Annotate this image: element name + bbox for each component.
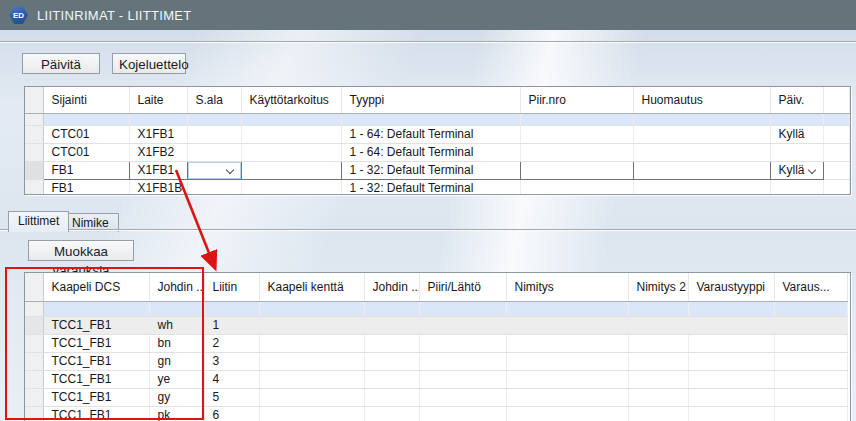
device-list-button[interactable]: Kojeluettelo xyxy=(112,53,186,74)
cell[interactable] xyxy=(259,316,364,334)
column-header[interactable]: Kaapeli DCS xyxy=(43,273,149,301)
cell[interactable] xyxy=(633,179,770,195)
cell[interactable] xyxy=(506,406,628,421)
cell[interactable] xyxy=(419,316,506,334)
cell[interactable]: TCC1_FB1 xyxy=(43,352,149,370)
cell[interactable] xyxy=(520,143,633,161)
cell[interactable]: 1 xyxy=(204,316,259,334)
cell[interactable] xyxy=(341,113,520,125)
cell[interactable] xyxy=(241,161,341,179)
cell[interactable] xyxy=(241,179,341,195)
cell[interactable]: gn xyxy=(149,352,204,370)
cell[interactable] xyxy=(419,370,506,388)
cell[interactable] xyxy=(187,161,241,179)
cell[interactable]: 6 xyxy=(204,406,259,421)
cell[interactable] xyxy=(520,161,633,179)
column-header[interactable]: Piiri/Lähtö xyxy=(419,273,506,301)
cell[interactable]: TCC1_FB1 xyxy=(43,406,149,421)
cell[interactable] xyxy=(241,125,341,143)
cell[interactable] xyxy=(628,370,688,388)
chevron-down-icon[interactable] xyxy=(807,165,815,173)
cell[interactable]: 5 xyxy=(204,388,259,406)
cell[interactable]: X1FB1B xyxy=(129,179,187,195)
cell[interactable] xyxy=(520,125,633,143)
cell[interactable] xyxy=(506,334,628,352)
table-row[interactable]: TCC1_FB1wh1 xyxy=(25,316,847,334)
cell[interactable] xyxy=(688,334,774,352)
cell[interactable] xyxy=(688,352,774,370)
cell[interactable] xyxy=(259,406,364,421)
cell[interactable] xyxy=(149,301,204,316)
cell[interactable] xyxy=(364,301,419,316)
cell[interactable]: wh xyxy=(149,316,204,334)
cell[interactable]: gy xyxy=(149,388,204,406)
cell[interactable] xyxy=(506,316,628,334)
cell[interactable] xyxy=(774,316,847,334)
cell[interactable] xyxy=(628,406,688,421)
table-row[interactable]: FB1X1FB1B1 - 32: Default Terminal xyxy=(25,179,849,195)
table-row[interactable]: TCC1_FB1ye4 xyxy=(25,370,847,388)
table-row[interactable] xyxy=(25,301,847,316)
cell[interactable]: 2 xyxy=(204,334,259,352)
column-header[interactable]: Nimitys 2 xyxy=(628,273,688,301)
table-row[interactable]: TCC1_FB1pk6 xyxy=(25,406,847,421)
cell[interactable] xyxy=(633,143,770,161)
cell[interactable] xyxy=(628,352,688,370)
cell[interactable] xyxy=(633,125,770,143)
cell[interactable] xyxy=(364,388,419,406)
cell[interactable] xyxy=(259,388,364,406)
cell[interactable] xyxy=(259,334,364,352)
cell[interactable]: pk xyxy=(149,406,204,421)
column-header[interactable]: Piir.nro xyxy=(520,87,633,113)
table-row[interactable]: CTC01X1FB21 - 64: Default Terminal xyxy=(25,143,849,161)
cell[interactable] xyxy=(688,370,774,388)
cell[interactable] xyxy=(823,125,849,143)
cell[interactable] xyxy=(419,388,506,406)
update-button[interactable]: Päivitä xyxy=(22,53,100,74)
cell[interactable] xyxy=(633,113,770,125)
table-row[interactable]: CTC01X1FB11 - 64: Default TerminalKyllä xyxy=(25,125,849,143)
cell[interactable]: CTC01 xyxy=(43,143,129,161)
edit-reservations-button[interactable]: Muokkaa varauksia xyxy=(28,240,134,261)
cell[interactable]: TCC1_FB1 xyxy=(43,334,149,352)
cell[interactable] xyxy=(823,161,849,179)
cell[interactable] xyxy=(688,406,774,421)
cell[interactable] xyxy=(628,301,688,316)
cell[interactable]: FB1 xyxy=(43,161,129,179)
cell[interactable] xyxy=(823,113,849,125)
column-header[interactable]: Varaus... xyxy=(774,273,847,301)
cell[interactable]: 1 - 32: Default Terminal xyxy=(341,179,520,195)
cell[interactable] xyxy=(506,388,628,406)
column-header[interactable]: S.ala xyxy=(187,87,241,113)
cell[interactable] xyxy=(506,352,628,370)
table-row[interactable]: TCC1_FB1gy5 xyxy=(25,388,847,406)
cell[interactable] xyxy=(364,334,419,352)
cell[interactable] xyxy=(633,161,770,179)
cell[interactable] xyxy=(419,352,506,370)
cell[interactable]: 4 xyxy=(204,370,259,388)
cell[interactable] xyxy=(419,406,506,421)
cell[interactable] xyxy=(259,352,364,370)
cell[interactable] xyxy=(506,301,628,316)
cell[interactable] xyxy=(774,370,847,388)
cell[interactable] xyxy=(187,113,241,125)
column-header[interactable]: Huomautus xyxy=(633,87,770,113)
column-header[interactable]: Kaapeli kenttä xyxy=(259,273,364,301)
cell[interactable] xyxy=(364,370,419,388)
cell[interactable] xyxy=(187,179,241,195)
cell[interactable] xyxy=(688,388,774,406)
cell[interactable]: 1 - 64: Default Terminal xyxy=(341,143,520,161)
cell[interactable] xyxy=(628,334,688,352)
cell[interactable] xyxy=(774,352,847,370)
cell[interactable] xyxy=(419,334,506,352)
cell[interactable] xyxy=(774,334,847,352)
cell[interactable] xyxy=(129,113,187,125)
cell[interactable]: 1 - 64: Default Terminal xyxy=(341,125,520,143)
cell[interactable]: 3 xyxy=(204,352,259,370)
cell[interactable]: bn xyxy=(149,334,204,352)
column-header[interactable]: Tyyppi xyxy=(341,87,520,113)
cell[interactable] xyxy=(520,113,633,125)
cell[interactable] xyxy=(688,301,774,316)
cell[interactable]: Kyllä xyxy=(770,161,823,179)
cell[interactable] xyxy=(364,316,419,334)
